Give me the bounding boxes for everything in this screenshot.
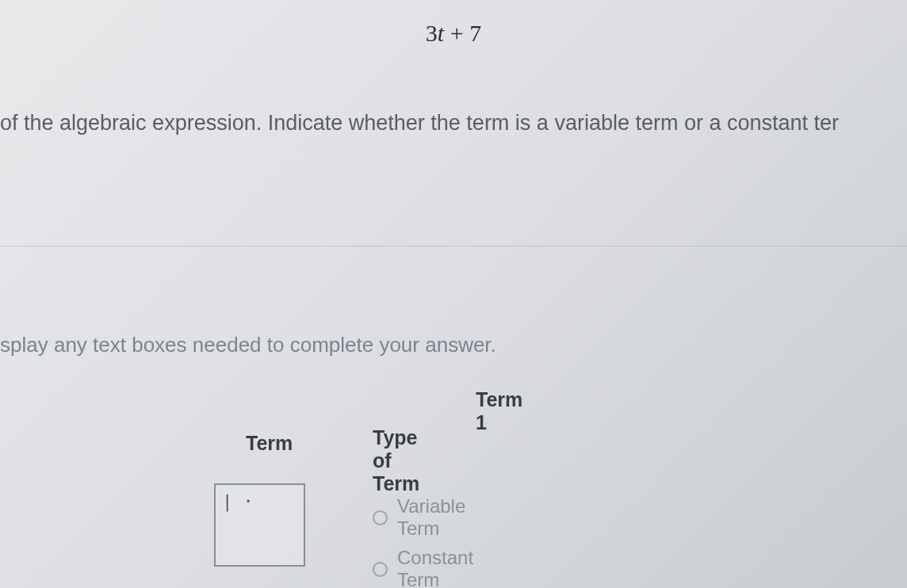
radio-option-variable[interactable]: Variable Term xyxy=(373,495,465,540)
answer-hint: splay any text boxes needed to complete … xyxy=(0,333,496,357)
radio-circle-icon xyxy=(373,562,388,577)
term-column-header: Term xyxy=(246,432,293,455)
section-divider xyxy=(0,246,907,246)
term-1-title: Term 1 xyxy=(476,388,522,434)
question-instruction: of the algebraic expression. Indicate wh… xyxy=(0,111,839,136)
expression-coefficient: 3 xyxy=(426,20,438,46)
type-column-header: Type of Term xyxy=(373,426,419,495)
algebraic-expression: 3t + 7 xyxy=(426,20,481,47)
radio-circle-icon xyxy=(373,510,388,525)
radio-label-variable: Variable Term xyxy=(397,495,465,540)
expression-operator: + xyxy=(444,20,469,46)
radio-label-constant: Constant Term xyxy=(397,547,473,588)
input-cursor-icon: | · xyxy=(222,491,254,511)
expression-constant: 7 xyxy=(469,20,481,46)
radio-option-constant[interactable]: Constant Term xyxy=(373,547,473,588)
term-input[interactable]: | · xyxy=(214,483,305,567)
